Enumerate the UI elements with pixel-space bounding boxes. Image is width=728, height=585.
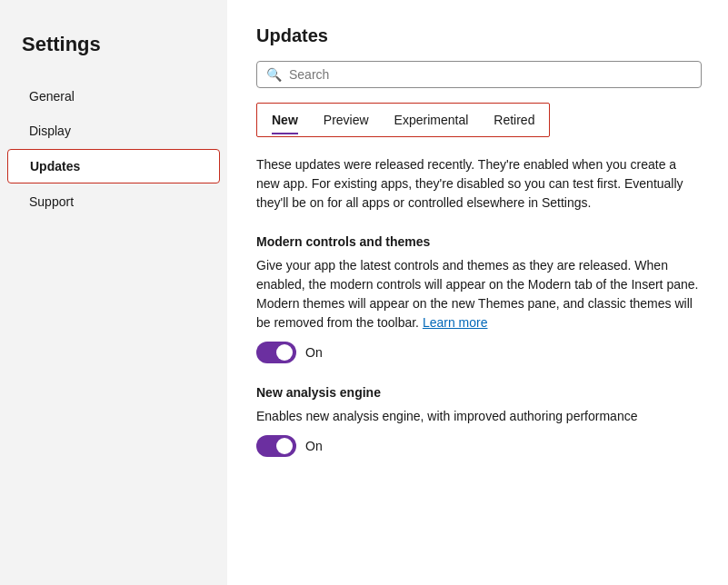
new-analysis-toggle[interactable] (256, 435, 296, 457)
search-box: 🔍 (256, 61, 702, 88)
sidebar-item-updates[interactable]: Updates (7, 149, 220, 183)
feature-modern-controls-desc: Give your app the latest controls and th… (256, 256, 699, 332)
search-icon: 🔍 (266, 67, 282, 82)
toggle-thumb (276, 344, 293, 361)
tab-new[interactable]: New (259, 107, 311, 133)
feature-modern-controls: Modern controls and themes Give your app… (256, 234, 699, 363)
tab-preview[interactable]: Preview (311, 107, 382, 133)
toggle-thumb-2 (276, 438, 293, 454)
sidebar-item-display[interactable]: Display (7, 114, 220, 147)
modern-controls-toggle-label: On (305, 345, 323, 360)
new-analysis-toggle-label: On (305, 439, 323, 453)
feature-modern-controls-title: Modern controls and themes (256, 234, 699, 249)
app-title: Settings (0, 18, 227, 78)
updates-description: These updates were released recently. Th… (256, 155, 699, 213)
sidebar: Settings General Display Updates Support (0, 0, 227, 585)
tabs-container: New Preview Experimental Retired (256, 103, 550, 137)
sidebar-item-support[interactable]: Support (7, 185, 220, 218)
new-analysis-toggle-row: On (256, 435, 699, 457)
tab-experimental[interactable]: Experimental (382, 107, 482, 133)
search-input[interactable] (289, 67, 692, 82)
sidebar-item-general[interactable]: General (7, 80, 220, 113)
page-title: Updates (256, 25, 699, 46)
modern-controls-learn-more[interactable]: Learn more (423, 315, 488, 330)
feature-new-analysis-title: New analysis engine (256, 385, 699, 400)
modern-controls-toggle-row: On (256, 342, 699, 363)
feature-new-analysis: New analysis engine Enables new analysis… (256, 385, 699, 457)
tab-retired[interactable]: Retired (481, 107, 547, 133)
modern-controls-toggle[interactable] (256, 342, 296, 363)
feature-new-analysis-desc: Enables new analysis engine, with improv… (256, 407, 699, 426)
main-content: Updates 🔍 New Preview Experimental Retir… (227, 0, 728, 585)
